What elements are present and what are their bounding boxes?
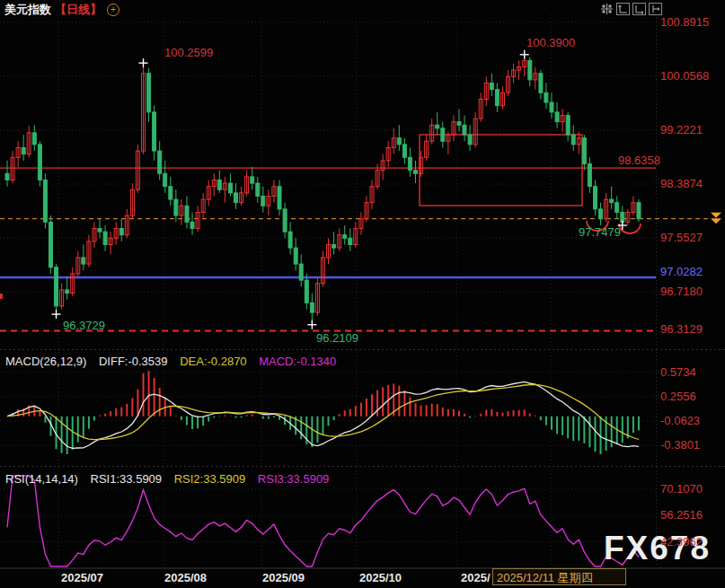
macd-diff-value: DIFF:-0.3539	[99, 355, 168, 368]
x-axis-label: 2025/07	[61, 572, 103, 584]
last-price-marker	[711, 213, 721, 224]
left-edge-marker	[0, 294, 3, 299]
cursor-date-box: 2025/12/11 星期四	[492, 568, 626, 585]
annotation-low-jul: 96.3729	[63, 320, 105, 332]
macd-axis-tick: 0.5734	[660, 366, 696, 379]
macd-dea-value: DEA:-0.2870	[180, 355, 246, 368]
export-icon[interactable]	[649, 3, 662, 15]
macd-macd-value: MACD:-0.1340	[259, 355, 336, 368]
annotation-double-bottom: 97.7479	[579, 226, 621, 239]
macd-label: MACD(26,12,9)	[5, 355, 86, 368]
price-axis-tick: 97.5527	[660, 232, 703, 244]
annotation-resistance: 98.6358	[618, 154, 660, 167]
price-axis-tick: 96.7180	[660, 285, 703, 298]
axis-pan-icon[interactable]	[632, 3, 646, 15]
x-axis-label: 2025/09	[262, 572, 305, 584]
cursor-date-label: 2025/12/11 星期四	[497, 571, 593, 584]
candles-layer	[5, 55, 641, 325]
chart-canvas[interactable]	[0, 0, 725, 588]
macd-axis-tick: -0.0623	[660, 415, 700, 427]
macd-axis-tick: 0.2556	[660, 391, 696, 403]
axis-zoom-icon[interactable]	[616, 3, 630, 15]
annotation-low-sep: 96.2109	[316, 332, 358, 345]
rsi-axis-tick: 56.2516	[660, 509, 703, 522]
chart-window: 美元指数 【日线】 + 100.8915100.056899.22219	[0, 0, 725, 588]
period-tag: 【日线】	[55, 2, 102, 18]
rsi3-value: RSI3:33.5909	[258, 472, 330, 486]
macd-axis-tick: -0.3801	[660, 439, 700, 452]
x-axis-label: 2025/10	[359, 572, 402, 584]
rsi-axis-tick: 70.1070	[660, 483, 703, 496]
rsi-axis-tick: 42.3962	[660, 536, 703, 549]
rsi-header: RSI(14,14,14) RSI1:33.5909 RSI2:33.5909 …	[5, 472, 338, 486]
rsi1-value: RSI1:33.5909	[91, 472, 163, 486]
x-axis-label: 2025/	[461, 572, 491, 584]
move-icon[interactable]	[600, 3, 614, 15]
rsi-label: RSI(14,14,14)	[5, 472, 78, 486]
macd-layer	[7, 371, 639, 454]
price-axis-tick: 99.2221	[660, 124, 703, 136]
annotation-dashed-level: 96.3129	[660, 323, 703, 336]
price-axis-tick: 98.3874	[660, 178, 703, 190]
x-axis-label: 2025/08	[164, 572, 207, 584]
rsi2-value: RSI2:33.5909	[174, 472, 246, 486]
chart-toolbar	[600, 3, 662, 15]
annotation-blue-level: 97.0282	[660, 266, 703, 278]
annotation-high-jul: 100.2599	[164, 47, 213, 59]
price-axis-tick: 100.8915	[660, 16, 709, 29]
chart-titlebar: 美元指数 【日线】 +	[4, 2, 119, 18]
rsi-line	[7, 476, 639, 566]
add-indicator-button[interactable]: +	[107, 4, 119, 16]
price-axis-tick: 100.0568	[660, 70, 709, 83]
annotation-high-nov: 100.3900	[526, 37, 575, 49]
symbol-title: 美元指数	[4, 2, 51, 18]
macd-diff-line	[7, 382, 639, 448]
macd-header: MACD(26,12,9) DIFF:-0.3539 DEA:-0.2870 M…	[5, 355, 345, 368]
